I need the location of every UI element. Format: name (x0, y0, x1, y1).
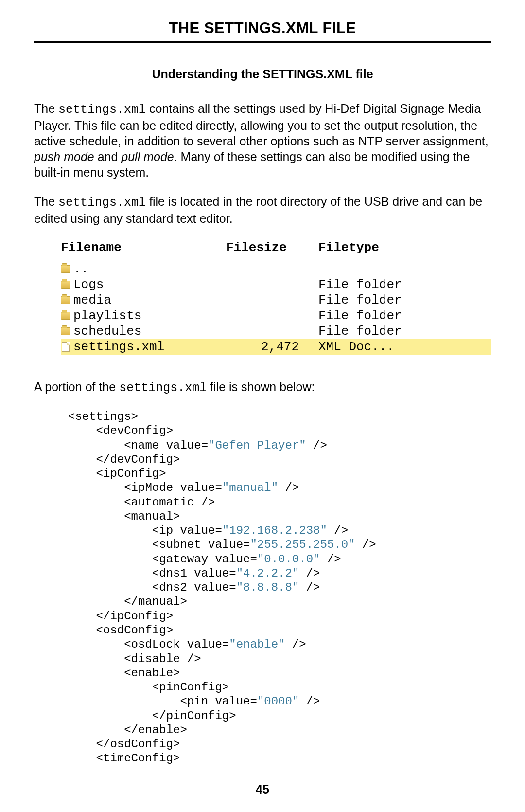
xml-line: </ipConfig> (68, 609, 491, 623)
xml-line: <pin value="0000" /> (68, 694, 491, 708)
xml-line: <osdConfig> (68, 623, 491, 637)
file-row: schedulesFile folder (61, 324, 491, 339)
xml-tag: <pin value= (180, 695, 257, 708)
code-settings-xml: settings.xml (58, 196, 146, 210)
file-row: settings.xml2,472XML Doc... (61, 339, 491, 355)
xml-line: </osdConfig> (68, 737, 491, 751)
xml-suffix: /> (306, 439, 327, 452)
xml-tag: </manual> (124, 595, 187, 608)
xml-tag: <osdConfig> (96, 624, 173, 637)
xml-tag: <osdLock value= (124, 638, 229, 651)
xml-attr-value: "enable" (229, 638, 285, 651)
xml-tag: <gateway value= (152, 553, 257, 566)
xml-line: </pinConfig> (68, 709, 491, 723)
file-name-cell: media (61, 292, 226, 308)
folder-icon (61, 327, 70, 335)
xml-line: <enable> (68, 666, 491, 680)
file-name-cell: schedules (61, 324, 226, 340)
xml-line: <pinConfig> (68, 680, 491, 694)
xml-suffix: /> (355, 538, 376, 551)
file-name-cell: .. (61, 261, 226, 277)
xml-attr-value: "0.0.0.0" (257, 553, 320, 566)
xml-suffix: /> (278, 481, 299, 494)
xml-tag: <subnet value= (152, 538, 250, 551)
file-name-cell: settings.xml (61, 339, 226, 355)
col-header-filetype: Filetype (318, 240, 491, 256)
col-header-filename: Filename (61, 240, 226, 256)
xml-tag: <disable /> (124, 652, 201, 666)
xml-tag: </osdConfig> (96, 738, 180, 751)
xml-tag: <dns1 value= (152, 567, 236, 580)
text: file is shown below: (207, 380, 315, 394)
xml-attr-value: "4.2.2.2" (236, 567, 299, 580)
xml-line: <ipConfig> (68, 467, 491, 481)
xml-tag: <pinConfig> (152, 681, 229, 694)
text: and (94, 150, 122, 163)
xml-tag: </devConfig> (96, 453, 180, 466)
xml-suffix: /> (320, 553, 341, 566)
xml-line: </enable> (68, 723, 491, 737)
file-row: playlistsFile folder (61, 308, 491, 324)
xml-line: <dns1 value="4.2.2.2" /> (68, 566, 491, 580)
paragraph-2: The settings.xml file is located in the … (34, 194, 491, 226)
xml-line: <name value="Gefen Player" /> (68, 438, 491, 452)
file-row: mediaFile folder (61, 292, 491, 308)
xml-line: <gateway value="0.0.0.0" /> (68, 552, 491, 566)
italic-pull-mode: pull mode (121, 150, 174, 163)
paragraph-3: A portion of the settings.xml file is sh… (34, 379, 491, 396)
file-listing: Filename Filesize Filetype ..LogsFile fo… (61, 240, 491, 355)
xml-attr-value: "0000" (257, 695, 299, 708)
xml-line: <timeConfig> (68, 751, 491, 765)
xml-tag: <enable> (124, 667, 180, 680)
xml-line: <devConfig> (68, 424, 491, 438)
file-type-cell: File folder (318, 308, 491, 324)
file-listing-header: Filename Filesize Filetype (61, 240, 491, 255)
xml-line: <disable /> (68, 652, 491, 666)
file-type-cell: XML Doc... (318, 339, 491, 355)
file-name: .. (73, 261, 88, 277)
file-name: media (73, 292, 111, 308)
xml-tag: <dns2 value= (152, 581, 236, 594)
file-name: playlists (73, 308, 141, 324)
xml-tag: <ipConfig> (96, 467, 166, 480)
xml-tag: <name value= (124, 439, 208, 452)
folder-icon (61, 312, 70, 320)
paragraph-1: The settings.xml contains all the settin… (34, 101, 491, 180)
italic-push-mode: push mode (34, 150, 94, 163)
xml-line: </manual> (68, 595, 491, 609)
page-title: THE SETTINGS.XML FILE (34, 19, 491, 43)
section-title: Understanding the SETTINGS.XML file (34, 67, 491, 81)
xml-tag: <automatic /> (124, 496, 215, 509)
file-row: .. (61, 261, 491, 277)
xml-suffix: /> (327, 524, 348, 537)
xml-tag: <settings> (68, 410, 138, 423)
page-number: 45 (0, 782, 525, 796)
xml-line: <settings> (68, 410, 491, 424)
file-type-cell: File folder (318, 324, 491, 340)
xml-line: <automatic /> (68, 495, 491, 509)
xml-tag: <timeConfig> (96, 752, 180, 765)
file-size-cell: 2,472 (226, 339, 318, 355)
file-row: LogsFile folder (61, 277, 491, 292)
xml-line: <osdLock value="enable" /> (68, 637, 491, 651)
xml-suffix: /> (285, 638, 306, 651)
code-settings-xml: settings.xml (58, 103, 146, 117)
xml-line: <manual> (68, 509, 491, 523)
xml-tag: </ipConfig> (96, 610, 173, 623)
text: The (34, 195, 58, 208)
xml-line: <dns2 value="8.8.8.8" /> (68, 580, 491, 595)
xml-line: <ipMode value="manual" /> (68, 481, 491, 495)
xml-attr-value: "192.168.2.238" (222, 524, 327, 537)
xml-suffix: /> (299, 567, 320, 580)
code-settings-xml: settings.xml (119, 381, 207, 395)
text: The (34, 102, 58, 115)
xml-attr-value: "255.255.255.0" (250, 538, 355, 551)
xml-tag: </enable> (124, 723, 187, 737)
xml-line: <ip value="192.168.2.238" /> (68, 523, 491, 538)
xml-tag: <ip value= (152, 524, 222, 537)
file-name: Logs (73, 277, 104, 293)
folder-icon (61, 281, 70, 289)
file-name: schedules (73, 324, 141, 340)
xml-tag: <devConfig> (96, 424, 173, 437)
xml-code-block: <settings> <devConfig> <name value="Gefe… (68, 410, 491, 766)
